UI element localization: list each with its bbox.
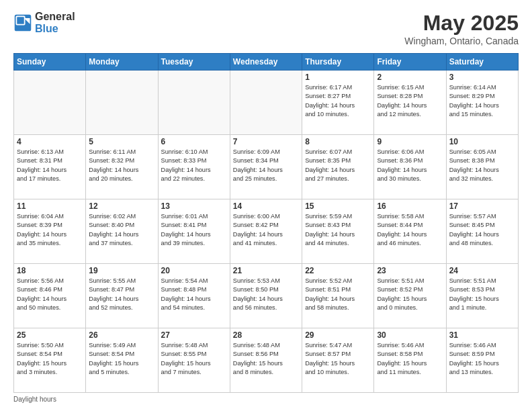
calendar-cell: 3Sunrise: 6:14 AM Sunset: 8:29 PM Daylig…	[446, 71, 518, 135]
day-info: Sunrise: 5:56 AM Sunset: 8:46 PM Dayligh…	[17, 277, 83, 312]
day-info: Sunrise: 6:09 AM Sunset: 8:34 PM Dayligh…	[233, 148, 299, 183]
day-number: 1	[305, 73, 371, 82]
day-number: 13	[161, 201, 227, 211]
day-info: Sunrise: 5:57 AM Sunset: 8:45 PM Dayligh…	[449, 212, 515, 248]
calendar-cell: 28Sunrise: 5:48 AM Sunset: 8:56 PM Dayli…	[230, 328, 302, 393]
day-number: 23	[377, 266, 443, 275]
day-number: 15	[305, 201, 371, 211]
day-info: Sunrise: 5:54 AM Sunset: 8:48 PM Dayligh…	[161, 277, 227, 312]
weekday-header: Tuesday	[158, 54, 230, 71]
calendar-cell: 21Sunrise: 5:53 AM Sunset: 8:50 PM Dayli…	[230, 264, 302, 328]
day-info: Sunrise: 5:50 AM Sunset: 8:54 PM Dayligh…	[17, 341, 83, 377]
calendar-cell: 25Sunrise: 5:50 AM Sunset: 8:54 PM Dayli…	[14, 328, 86, 393]
day-info: Sunrise: 6:02 AM Sunset: 8:40 PM Dayligh…	[89, 212, 154, 248]
calendar-cell: 13Sunrise: 6:01 AM Sunset: 8:41 PM Dayli…	[158, 199, 230, 264]
calendar-cell: 18Sunrise: 5:56 AM Sunset: 8:46 PM Dayli…	[14, 264, 86, 328]
location: Wingham, Ontario, Canada	[404, 36, 519, 46]
logo-general: General	[35, 11, 75, 23]
calendar-cell	[14, 71, 86, 135]
day-number: 8	[305, 137, 371, 146]
day-number: 31	[449, 330, 515, 340]
day-number: 14	[233, 201, 299, 211]
weekday-header: Monday	[86, 54, 158, 71]
calendar-cell: 20Sunrise: 5:54 AM Sunset: 8:48 PM Dayli…	[158, 264, 230, 328]
day-info: Sunrise: 6:04 AM Sunset: 8:39 PM Dayligh…	[17, 212, 83, 248]
logo-icon	[13, 13, 32, 32]
day-info: Sunrise: 5:48 AM Sunset: 8:56 PM Dayligh…	[233, 341, 299, 377]
day-info: Sunrise: 5:51 AM Sunset: 8:52 PM Dayligh…	[377, 277, 443, 312]
calendar-table: SundayMondayTuesdayWednesdayThursdayFrid…	[13, 53, 519, 393]
footer-note: Daylight hours	[13, 396, 519, 403]
calendar-cell: 30Sunrise: 5:46 AM Sunset: 8:58 PM Dayli…	[374, 328, 446, 393]
day-info: Sunrise: 6:14 AM Sunset: 8:29 PM Dayligh…	[449, 83, 515, 119]
day-info: Sunrise: 5:53 AM Sunset: 8:50 PM Dayligh…	[233, 277, 299, 312]
title-block: May 2025 Wingham, Ontario, Canada	[404, 11, 519, 46]
calendar-cell: 16Sunrise: 5:58 AM Sunset: 8:44 PM Dayli…	[374, 199, 446, 264]
calendar-cell	[230, 71, 302, 135]
logo: General Blue	[13, 11, 75, 34]
month-title: May 2025	[404, 11, 519, 36]
day-number: 16	[377, 201, 443, 211]
day-info: Sunrise: 6:10 AM Sunset: 8:33 PM Dayligh…	[161, 148, 227, 183]
calendar-cell: 26Sunrise: 5:49 AM Sunset: 8:54 PM Dayli…	[86, 328, 158, 393]
day-info: Sunrise: 5:49 AM Sunset: 8:54 PM Dayligh…	[89, 341, 154, 377]
calendar-cell: 9Sunrise: 6:06 AM Sunset: 8:36 PM Daylig…	[374, 135, 446, 199]
weekday-header: Sunday	[14, 54, 86, 71]
calendar-cell	[86, 71, 158, 135]
day-info: Sunrise: 6:11 AM Sunset: 8:32 PM Dayligh…	[89, 148, 154, 183]
weekday-header: Wednesday	[230, 54, 302, 71]
header: General Blue May 2025 Wingham, Ontario, …	[13, 11, 519, 46]
day-number: 17	[449, 201, 515, 211]
weekday-header: Saturday	[446, 54, 518, 71]
day-info: Sunrise: 6:07 AM Sunset: 8:35 PM Dayligh…	[305, 148, 371, 183]
day-info: Sunrise: 6:15 AM Sunset: 8:28 PM Dayligh…	[377, 83, 443, 119]
calendar-cell: 10Sunrise: 6:05 AM Sunset: 8:38 PM Dayli…	[446, 135, 518, 199]
day-info: Sunrise: 5:46 AM Sunset: 8:59 PM Dayligh…	[449, 341, 515, 377]
day-info: Sunrise: 6:17 AM Sunset: 8:27 PM Dayligh…	[305, 83, 371, 119]
day-info: Sunrise: 6:05 AM Sunset: 8:38 PM Dayligh…	[449, 148, 515, 183]
calendar-cell: 1Sunrise: 6:17 AM Sunset: 8:27 PM Daylig…	[302, 71, 374, 135]
day-info: Sunrise: 5:47 AM Sunset: 8:57 PM Dayligh…	[305, 341, 371, 377]
calendar-cell: 11Sunrise: 6:04 AM Sunset: 8:39 PM Dayli…	[14, 199, 86, 264]
day-number: 5	[89, 137, 154, 146]
day-info: Sunrise: 5:59 AM Sunset: 8:43 PM Dayligh…	[305, 212, 371, 248]
calendar-cell: 31Sunrise: 5:46 AM Sunset: 8:59 PM Dayli…	[446, 328, 518, 393]
calendar-week-row: 11Sunrise: 6:04 AM Sunset: 8:39 PM Dayli…	[14, 199, 519, 264]
day-info: Sunrise: 5:58 AM Sunset: 8:44 PM Dayligh…	[377, 212, 443, 248]
day-info: Sunrise: 6:13 AM Sunset: 8:31 PM Dayligh…	[17, 148, 83, 183]
day-number: 18	[17, 266, 83, 275]
calendar-week-row: 25Sunrise: 5:50 AM Sunset: 8:54 PM Dayli…	[14, 328, 519, 393]
day-number: 26	[89, 330, 154, 340]
calendar-week-row: 1Sunrise: 6:17 AM Sunset: 8:27 PM Daylig…	[14, 71, 519, 135]
calendar-cell: 19Sunrise: 5:55 AM Sunset: 8:47 PM Dayli…	[86, 264, 158, 328]
day-number: 3	[449, 73, 515, 82]
day-number: 4	[17, 137, 83, 146]
calendar-cell: 27Sunrise: 5:48 AM Sunset: 8:55 PM Dayli…	[158, 328, 230, 393]
day-number: 25	[17, 330, 83, 340]
day-number: 30	[377, 330, 443, 340]
day-number: 20	[161, 266, 227, 275]
day-info: Sunrise: 5:46 AM Sunset: 8:58 PM Dayligh…	[377, 341, 443, 377]
calendar-header-row: SundayMondayTuesdayWednesdayThursdayFrid…	[14, 54, 519, 71]
calendar-cell: 4Sunrise: 6:13 AM Sunset: 8:31 PM Daylig…	[14, 135, 86, 199]
calendar-cell: 14Sunrise: 6:00 AM Sunset: 8:42 PM Dayli…	[230, 199, 302, 264]
day-number: 2	[377, 73, 443, 82]
svg-rect-3	[17, 17, 24, 24]
day-info: Sunrise: 5:55 AM Sunset: 8:47 PM Dayligh…	[89, 277, 154, 312]
day-number: 9	[377, 137, 443, 146]
calendar-cell: 22Sunrise: 5:52 AM Sunset: 8:51 PM Dayli…	[302, 264, 374, 328]
calendar-cell: 12Sunrise: 6:02 AM Sunset: 8:40 PM Dayli…	[86, 199, 158, 264]
calendar-week-row: 4Sunrise: 6:13 AM Sunset: 8:31 PM Daylig…	[14, 135, 519, 199]
calendar-cell: 29Sunrise: 5:47 AM Sunset: 8:57 PM Dayli…	[302, 328, 374, 393]
calendar-cell: 6Sunrise: 6:10 AM Sunset: 8:33 PM Daylig…	[158, 135, 230, 199]
day-info: Sunrise: 5:48 AM Sunset: 8:55 PM Dayligh…	[161, 341, 227, 377]
day-info: Sunrise: 6:00 AM Sunset: 8:42 PM Dayligh…	[233, 212, 299, 248]
day-number: 12	[89, 201, 154, 211]
calendar-week-row: 18Sunrise: 5:56 AM Sunset: 8:46 PM Dayli…	[14, 264, 519, 328]
day-number: 29	[305, 330, 371, 340]
day-info: Sunrise: 5:51 AM Sunset: 8:53 PM Dayligh…	[449, 277, 515, 312]
calendar-cell: 23Sunrise: 5:51 AM Sunset: 8:52 PM Dayli…	[374, 264, 446, 328]
day-number: 11	[17, 201, 83, 211]
day-number: 28	[233, 330, 299, 340]
calendar-cell: 7Sunrise: 6:09 AM Sunset: 8:34 PM Daylig…	[230, 135, 302, 199]
